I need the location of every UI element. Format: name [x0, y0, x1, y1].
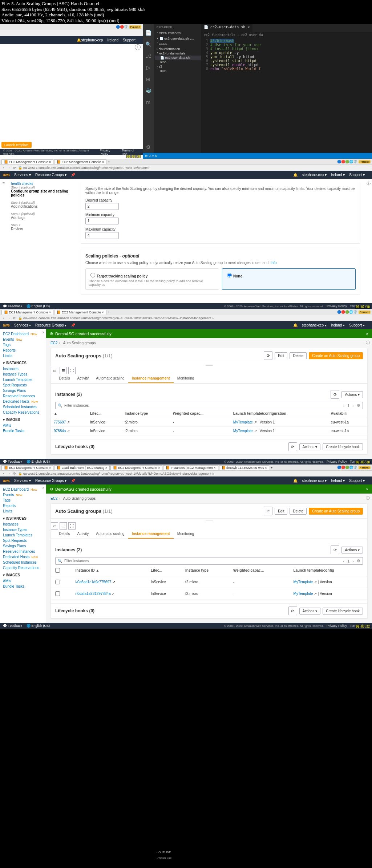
sidebar-bundle[interactable]: Bundle Tasks [3, 428, 43, 434]
resource-groups-menu[interactable]: Resource Groups ▾ [35, 479, 66, 483]
sidebar-limits[interactable]: Limits [3, 353, 43, 358]
sidebar-scheduled[interactable]: Scheduled Instances [3, 560, 43, 565]
sidebar-spot[interactable]: Spot Requests [3, 382, 43, 388]
pin-icon[interactable]: 📌 [71, 173, 75, 177]
url-bar[interactable]: ‹›⟳🔒 eu-west-1.console.aws.amazon.com/ec… [0, 315, 372, 321]
tab-details[interactable]: Details [55, 374, 74, 383]
aws-user[interactable]: stephane-ccp [81, 38, 103, 42]
desired-input[interactable] [85, 203, 119, 210]
sidebar-events[interactable]: Events New [3, 492, 43, 498]
row-checkbox[interactable] [55, 591, 60, 596]
max-input[interactable] [85, 232, 119, 239]
url-bar[interactable] [0, 30, 143, 36]
folder-ec2fund[interactable]: ˅ ec2-fundamentals [155, 51, 201, 56]
hooks-actions[interactable]: Actions ▾ [299, 443, 321, 450]
browser-tab-1[interactable]: 📙 EC2 Management Console × [1, 159, 53, 164]
view-full-icon[interactable]: ⛶ [68, 367, 76, 374]
lang-link[interactable]: 🌐 English (US) [27, 624, 50, 628]
sidebar-amis[interactable]: AMIs [3, 578, 43, 584]
view-rows-icon[interactable]: ☰ [60, 367, 67, 374]
col-launch[interactable]: Launch template/configuration [230, 409, 328, 418]
git-icon[interactable]: ⎇ [145, 53, 151, 59]
sidebar-instance-types[interactable]: Instance Types [3, 527, 43, 532]
select-all-checkbox[interactable] [55, 568, 60, 573]
services-menu[interactable]: Services ▾ [14, 173, 31, 177]
tab-details[interactable]: Details [55, 530, 74, 539]
sidebar-reserved[interactable]: Reserved Instances [3, 549, 43, 554]
table-row[interactable]: i-0a6ad1c1d9c775697 ↗InServicet2.micro-M… [51, 576, 367, 588]
aws-user[interactable]: stephane-ccp ▾ [302, 323, 327, 327]
actions-button[interactable]: Actions ▾ [341, 391, 363, 398]
bell-icon[interactable]: 🔔 [77, 38, 81, 42]
lang-link[interactable]: 🌐 English (US) [27, 460, 50, 463]
tab-activity[interactable]: Activity [74, 374, 93, 383]
create-hook-button[interactable]: Create lifecycle hook [323, 443, 363, 450]
close-icon[interactable]: × [42, 486, 44, 490]
sidebar-dedicated[interactable]: Dedicated Hosts New [3, 554, 43, 560]
step-5[interactable]: Step 5 (optional)Add notifications [11, 201, 73, 208]
privacy-link[interactable]: Privacy Policy [100, 149, 119, 156]
aws-support[interactable]: Support ▾ [349, 323, 365, 327]
docker-icon[interactable]: 🐳 [145, 88, 151, 94]
crumb-ec2[interactable]: EC2 [50, 496, 57, 500]
sidebar-events[interactable]: Events New [3, 337, 43, 342]
sidebar-dashboard[interactable]: EC2 Dashboard New [3, 331, 43, 337]
tab-activity[interactable]: Activity [74, 530, 93, 539]
tab-autoscaling[interactable]: Automatic scaling [92, 530, 128, 539]
sidebar-spot[interactable]: Spot Requests [3, 538, 43, 543]
prev-icon[interactable]: ‹ [343, 403, 345, 408]
edit-button[interactable]: Edit [275, 352, 287, 359]
crumb-ec2[interactable]: EC2 [50, 341, 57, 345]
sidebar-reserved[interactable]: Reserved Instances [3, 393, 43, 399]
actions-button[interactable]: Actions ▾ [341, 547, 363, 553]
sidebar-savings[interactable]: Savings Plans [3, 543, 43, 549]
sidebar-tags[interactable]: Tags [3, 342, 43, 348]
sidebar-tags[interactable]: Tags [3, 498, 43, 503]
sidebar-limits[interactable]: Limits [3, 508, 43, 514]
services-menu[interactable]: Services ▾ [14, 323, 31, 327]
bell-icon[interactable]: 🔔 [293, 173, 298, 177]
none-option[interactable]: None [222, 268, 356, 290]
sidebar-dashboard[interactable]: EC2 Dashboard New [3, 487, 43, 492]
file-icon2[interactable]: Icon [155, 69, 201, 73]
folder-cloudformation[interactable]: › cloudformation [155, 47, 201, 51]
edit-button[interactable]: Edit [275, 508, 287, 515]
filter-input[interactable] [64, 559, 343, 563]
status-errors[interactable]: ⊘ 0 ⚠ 0 [145, 154, 157, 158]
gear-icon[interactable]: ⚙ [146, 144, 151, 150]
refresh-hooks[interactable]: ⟳ [288, 607, 297, 615]
aws-region[interactable]: Ireland ▾ [331, 173, 345, 177]
sidebar-dedicated[interactable]: Dedicated Hosts New [3, 399, 43, 404]
editor-tab[interactable]: 📄 ec2-user-data.sh × [201, 24, 252, 32]
table-row[interactable]: 97884a ↗InServicet2.micro-MyTemplate ↗ |… [51, 427, 367, 435]
open-editor-item[interactable]: × 📄 ec2-user-data.sh c... [155, 36, 201, 41]
next-icon[interactable]: › [352, 559, 354, 563]
row-checkbox[interactable] [55, 580, 60, 584]
browser-tab-1[interactable]: 📙 EC2 Management Console × [1, 310, 53, 315]
sidebar-reports[interactable]: Reports [3, 348, 43, 353]
browser-tab-2[interactable]: 📙 EC2 Management Console × [54, 310, 106, 315]
debug-icon[interactable]: ▷ [146, 65, 150, 70]
feedback-link[interactable]: 💬 Feedback [3, 460, 22, 463]
step-4[interactable]: Step 4 (optional)Configure group size an… [11, 186, 73, 197]
view-rows-icon[interactable]: ☰ [60, 522, 67, 530]
code-section[interactable]: ˅ CODE [154, 41, 201, 47]
refresh-instances[interactable]: ⟳ [331, 390, 339, 399]
table-row[interactable]: 775697 ↗InServicet2.micro-MyTemplate ↗ |… [51, 418, 367, 427]
alert-close-icon[interactable]: × [366, 487, 368, 491]
browser-tab-inst[interactable]: 📙 Instances | EC2 Managemen × [163, 465, 218, 470]
terms-link[interactable]: Terms of Use [122, 149, 140, 156]
search-icon[interactable]: 🔍 [145, 41, 151, 47]
privacy-link[interactable]: Privacy Policy [327, 460, 347, 463]
file-icon[interactable]: Icon [155, 60, 201, 64]
view-split-icon[interactable]: ▭ [51, 367, 58, 374]
info-link[interactable]: Info [271, 261, 277, 265]
target-tracking-option[interactable]: Target tracking scaling policy Choose a … [85, 268, 219, 290]
hooks-actions[interactable]: Actions ▾ [299, 608, 321, 615]
feedback-link[interactable]: 💬 Feedback [3, 624, 22, 628]
browser-tab-2[interactable]: 📙 EC2 Management Console × [54, 159, 106, 164]
sidebar-instances[interactable]: Instances [3, 366, 43, 372]
breadcrumbs[interactable]: ec2-fundamentals › ec2-user-da [201, 32, 372, 37]
delete-button[interactable]: Delete [290, 508, 307, 515]
view-full-icon[interactable]: ⛶ [68, 522, 76, 530]
